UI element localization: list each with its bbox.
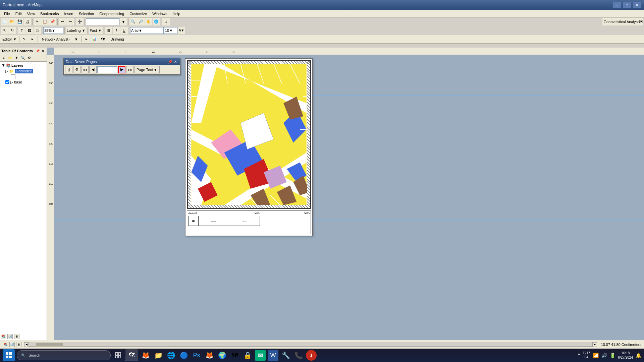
browser-icon[interactable]: 🌐 [166, 350, 176, 361]
underline-btn[interactable]: U [120, 27, 128, 34]
menu-insert[interactable]: Insert [61, 11, 76, 16]
internet-icon[interactable]: 🌍 [217, 350, 227, 361]
phone-icon[interactable]: 📞 [293, 350, 304, 361]
status-refresh[interactable]: 🔄 [9, 342, 15, 347]
map-icon[interactable]: 🗺 [229, 350, 240, 361]
task-view-button[interactable] [113, 350, 123, 361]
italic-btn[interactable]: I [113, 27, 120, 34]
ddp-first-btn[interactable]: ⏮ [81, 66, 89, 73]
files-icon[interactable]: 📁 [153, 350, 164, 361]
status-pause[interactable]: ⏸ [16, 342, 21, 347]
toc-layers-btn[interactable]: 📚 [1, 334, 6, 339]
open-button[interactable]: 📂 [8, 18, 16, 25]
redo-button[interactable]: ↪ [66, 18, 74, 25]
toc-visibility[interactable]: 👁 [13, 55, 19, 61]
scroll-thumb[interactable] [36, 343, 63, 347]
zoom-out[interactable]: 🔎 [137, 18, 145, 25]
bold-btn[interactable]: B [105, 27, 112, 34]
edit-vertices[interactable]: ▸ [29, 36, 36, 43]
edge-icon[interactable]: 🔵 [178, 350, 189, 361]
h-scrollbar[interactable]: ◀ ▶ [24, 342, 597, 347]
na-tool3[interactable]: 🗺 [99, 36, 106, 43]
menu-help[interactable]: Help [170, 11, 183, 16]
menu-bookmarks[interactable]: Bookmarks [38, 11, 61, 16]
firefox2-icon[interactable]: 🦊 [204, 350, 215, 361]
system-clock[interactable]: 16:18 6/27/2024 [618, 351, 633, 360]
firefox-icon[interactable]: 🦊 [140, 350, 151, 361]
add-data[interactable]: ➕ [76, 18, 84, 25]
base-expand[interactable]: ▷ [10, 80, 13, 84]
undo-button[interactable]: ↩ [59, 18, 66, 25]
ddp-export[interactable]: 🖨 [65, 66, 72, 73]
cut-button[interactable]: ✂ [34, 18, 41, 25]
scale-input[interactable]: 1:1.310 [86, 18, 119, 25]
gridindex-expand[interactable]: ▷ [5, 69, 8, 73]
show-hidden-icons[interactable]: ^ [578, 353, 580, 358]
maximize-button[interactable]: □ [623, 2, 631, 8]
ddp-last-btn[interactable]: ⏭ [126, 66, 133, 73]
ddp-pin[interactable]: 📌 [168, 59, 172, 64]
notifications-icon[interactable]: 🔔 [636, 353, 641, 358]
toc-close[interactable]: ✕ [41, 49, 45, 53]
menu-view[interactable]: View [24, 11, 38, 16]
na-tool2[interactable]: 📊 [91, 36, 98, 43]
security-icon[interactable]: 🔒 [242, 350, 253, 361]
toc-refresh-btn[interactable]: 🔄 [7, 334, 13, 339]
arcmap-taskbar-item[interactable]: 🗺 [125, 349, 138, 361]
zoom-in[interactable]: 🔍 [129, 18, 137, 25]
paste-button[interactable]: 📌 [49, 18, 56, 25]
toc-pin[interactable]: 📌 [35, 49, 40, 53]
toc-options[interactable]: ⚙ [26, 55, 32, 61]
scroll-right-btn[interactable]: ▶ [592, 342, 597, 347]
taskbar-search[interactable]: 🔍 Search [17, 350, 111, 360]
mail-icon[interactable]: ✉ [255, 350, 266, 361]
labeling-btn[interactable]: Labeling ▼ [66, 27, 87, 34]
toc-list-view[interactable]: ≡ [1, 55, 7, 61]
wifi-icon[interactable]: 📶 [593, 353, 599, 358]
scale-dropdown[interactable]: ▼ [120, 18, 127, 25]
sound-icon[interactable]: 🔊 [601, 353, 607, 358]
fast-btn[interactable]: Fast ▼ [89, 27, 103, 34]
copy-button[interactable]: 📋 [41, 18, 49, 25]
menu-geoprocessing[interactable]: Geoprocessing [97, 11, 127, 16]
notification-badge[interactable]: 1 [306, 350, 317, 361]
keyboard-lang[interactable]: 1217 FA [583, 351, 590, 359]
na-dropdown[interactable]: ▼ [72, 36, 80, 43]
ddp-page-text-dropdown[interactable]: Page Text ▼ [134, 66, 160, 73]
insert-picture[interactable]: 🖼 [26, 27, 33, 34]
insert-text[interactable]: T [18, 27, 25, 34]
geostatistical-analyst[interactable]: Geostatistical Analyst 🗺 [602, 18, 643, 25]
insert-neatline[interactable]: □ [34, 27, 41, 34]
full-extent[interactable]: 🌐 [153, 18, 160, 25]
save-button[interactable]: 💾 [16, 18, 23, 25]
toc-pause-btn[interactable]: ⏸ [14, 334, 19, 339]
menu-customize[interactable]: Customize [127, 11, 150, 16]
toc-source-view[interactable]: 📁 [7, 55, 13, 61]
toc-search[interactable]: 🔍 [20, 55, 26, 61]
na-tool1[interactable]: ▸ [83, 36, 90, 43]
rotate-tool[interactable]: ↻ [8, 27, 16, 34]
photoshop-icon[interactable]: Ps [191, 350, 202, 361]
identify[interactable]: ℹ [162, 18, 170, 25]
menu-edit[interactable]: Edit [13, 11, 24, 16]
ddp-close[interactable]: ✕ [173, 59, 178, 64]
ddp-page-input[interactable]: C2 [97, 66, 117, 73]
base-checkbox[interactable] [5, 80, 9, 84]
layers-collapse-icon[interactable]: ▼ [1, 63, 5, 68]
menu-windows[interactable]: Windows [150, 11, 170, 16]
pan[interactable]: ✋ [145, 18, 152, 25]
select-elements[interactable]: ↖ [1, 27, 8, 34]
font-size-dropdown[interactable]: 10 ▼ [164, 27, 177, 34]
start-button[interactable] [3, 349, 15, 361]
zoom-dropdown[interactable]: 35% ▼ [43, 27, 63, 34]
battery-icon[interactable]: 🔋 [610, 353, 615, 358]
word-icon[interactable]: W [268, 350, 278, 361]
new-button[interactable]: 📄 [1, 18, 8, 25]
scroll-left-btn[interactable]: ◀ [24, 342, 29, 347]
toc-layer-base[interactable]: ▷ base [1, 80, 46, 84]
tools-icon[interactable]: 🔧 [280, 350, 291, 361]
edit-tool[interactable]: ↖ [21, 36, 28, 43]
minimize-button[interactable]: ─ [612, 2, 621, 8]
status-layers[interactable]: 📚 [3, 342, 8, 347]
menu-file[interactable]: File [1, 11, 13, 16]
